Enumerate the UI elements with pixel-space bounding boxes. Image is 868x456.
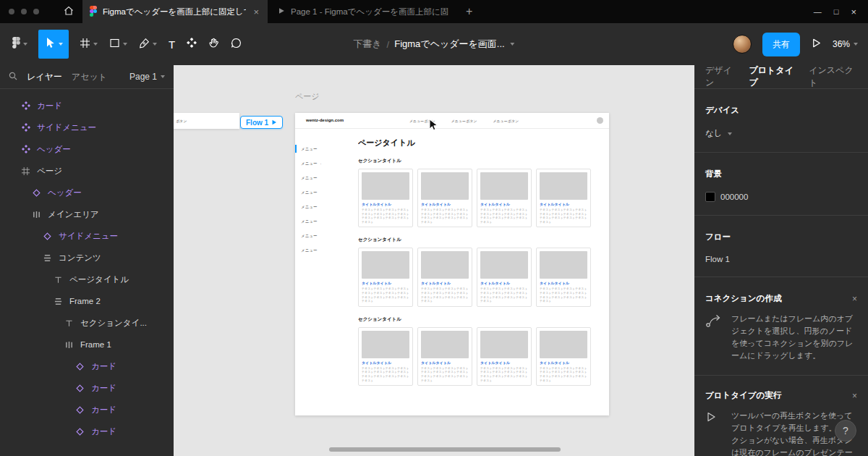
canvas[interactable]: ページ ボタン Flow 1 wentz-design.com メニューボタンメ… — [174, 65, 694, 456]
component-tool[interactable] — [182, 30, 202, 59]
project-name[interactable]: 下書き — [353, 38, 381, 51]
tab-assets[interactable]: アセット — [72, 71, 107, 83]
design-sidebar-item[interactable]: メニュー — [295, 171, 357, 185]
layer-row[interactable]: カード — [0, 377, 174, 399]
design-sidebar[interactable]: メニューメニュー·メニューメニューメニューメニューメニューメニュー — [295, 129, 357, 415]
design-sidebar-item[interactable]: メニュー — [295, 142, 357, 156]
layer-row[interactable]: ページ — [0, 160, 174, 182]
user-avatar[interactable] — [733, 35, 752, 54]
layer-row[interactable]: カード — [0, 421, 174, 442]
file-name[interactable]: Figmaでヘッダーを画面... — [394, 38, 504, 51]
close-dot-icon[interactable] — [9, 9, 14, 14]
chevron-down-icon[interactable] — [59, 43, 63, 46]
hand-tool[interactable] — [203, 30, 224, 59]
horizontal-scrollbar[interactable] — [329, 447, 561, 452]
flow-name[interactable]: Flow 1 — [705, 255, 730, 263]
partial-frame[interactable]: ボタン — [174, 113, 239, 129]
layer-row[interactable]: Frame 2 — [0, 290, 174, 312]
design-card[interactable]: タイトルタイトルテキストテキストテキストテキストテキストテキストテキストテキスト… — [536, 169, 591, 227]
layer-row[interactable]: カード — [0, 95, 174, 117]
design-sidebar-item[interactable]: メニュー· — [295, 156, 357, 171]
frame-tool[interactable] — [75, 30, 103, 59]
flow-badge[interactable]: Flow 1 — [240, 116, 283, 129]
pen-tool[interactable] — [134, 30, 162, 59]
design-sidebar-item[interactable]: メニュー — [295, 185, 357, 200]
design-card[interactable]: タイトルタイトルテキストテキストテキストテキストテキストテキストテキストテキスト… — [477, 248, 532, 306]
tab-inspect[interactable]: インスペクト — [809, 65, 857, 89]
page-selector[interactable]: Page 1 — [129, 72, 165, 82]
tab-file[interactable]: Figmaでヘッダーを画面上部に固定して追 × — [82, 0, 268, 23]
window-traffic-lights[interactable] — [0, 9, 48, 14]
maximize-dot-icon[interactable] — [33, 9, 39, 14]
tab-design[interactable]: デザイン — [705, 65, 738, 89]
design-card[interactable]: タイトルタイトルテキストテキストテキストテキストテキストテキストテキストテキスト… — [417, 169, 472, 227]
layers-panel: レイヤー アセット Page 1 カードサイドメニューヘッダーページヘッダーメイ… — [0, 65, 174, 456]
frame-label[interactable]: ページ — [295, 91, 320, 102]
layer-row[interactable]: Frame 1 — [0, 334, 174, 355]
design-content[interactable]: ページタイトル セクションタイトルタイトルタイトルテキストテキストテキストテキス… — [358, 129, 603, 415]
text-tool[interactable]: T — [163, 30, 180, 59]
design-card[interactable]: タイトルタイトルテキストテキストテキストテキストテキストテキストテキストテキスト… — [358, 248, 413, 306]
layer-row[interactable]: メインエリア — [0, 203, 174, 225]
layer-row[interactable]: サイドメニュー — [0, 225, 174, 247]
design-card[interactable]: タイトルタイトルテキストテキストテキストテキストテキストテキストテキストテキスト… — [358, 169, 413, 227]
close-icon[interactable]: × — [852, 294, 857, 304]
design-sidebar-item[interactable]: メニュー — [295, 243, 357, 258]
card-title: タイトルタイトル — [480, 202, 528, 206]
main-menu-button[interactable] — [7, 30, 33, 59]
tab-presentation[interactable]: Page 1 - Figmaでヘッダーを画面上部に固定 — [271, 0, 456, 23]
chevron-down-icon[interactable] — [93, 43, 98, 46]
design-card[interactable]: タイトルタイトルテキストテキストテキストテキストテキストテキストテキストテキスト… — [477, 327, 532, 386]
chevron-down-icon — [854, 43, 858, 46]
layer-row[interactable]: カード — [0, 399, 174, 421]
chevron-down-icon[interactable] — [153, 43, 157, 46]
tab-close-icon[interactable]: × — [252, 7, 260, 17]
design-header[interactable]: wentz-design.com メニューボタンメニューボタンメニューボタン — [295, 113, 609, 129]
design-card[interactable]: タイトルタイトルテキストテキストテキストテキストテキストテキストテキストテキスト… — [417, 248, 472, 306]
tab-layers[interactable]: レイヤー — [27, 71, 62, 83]
present-play-button[interactable] — [811, 38, 822, 51]
layer-row[interactable]: カード — [0, 355, 174, 377]
home-button[interactable] — [58, 0, 80, 23]
design-frame[interactable]: wentz-design.com メニューボタンメニューボタンメニューボタン メ… — [295, 113, 609, 415]
design-card[interactable]: タイトルタイトルテキストテキストテキストテキストテキストテキストテキストテキスト… — [477, 169, 532, 227]
design-sidebar-item[interactable]: メニュー — [295, 214, 357, 229]
color-swatch[interactable] — [705, 192, 715, 202]
design-card[interactable]: タイトルタイトルテキストテキストテキストテキストテキストテキストテキストテキスト… — [536, 327, 591, 386]
new-tab-button[interactable]: + — [466, 5, 472, 18]
layer-row[interactable]: セクションタイ... — [0, 312, 174, 334]
layer-name: カード — [91, 405, 116, 415]
design-sidebar-item[interactable]: メニュー — [295, 200, 357, 214]
design-sidebar-item[interactable]: メニュー — [295, 229, 357, 243]
close-icon[interactable]: × — [852, 391, 857, 401]
chevron-down-icon[interactable] — [511, 43, 515, 46]
comment-tool[interactable] — [226, 30, 247, 59]
design-card[interactable]: タイトルタイトルテキストテキストテキストテキストテキストテキストテキストテキスト… — [536, 248, 591, 306]
shape-tool[interactable] — [104, 30, 132, 59]
maximize-icon[interactable]: □ — [834, 7, 839, 16]
move-tool[interactable] — [38, 30, 69, 59]
tab-prototype[interactable]: プロトタイプ — [749, 65, 798, 89]
design-card[interactable]: タイトルタイトルテキストテキストテキストテキストテキストテキストテキストテキスト… — [417, 327, 472, 386]
layer-row[interactable]: コンテンツ — [0, 247, 174, 269]
layer-row[interactable]: ヘッダー — [0, 182, 174, 203]
chevron-down-icon[interactable] — [123, 43, 127, 46]
design-menu-button[interactable]: メニューボタン — [451, 119, 477, 123]
close-icon[interactable]: × — [851, 7, 856, 17]
minimize-icon[interactable]: — — [814, 7, 822, 16]
flow-play-icon[interactable] — [271, 119, 277, 127]
design-menu-button[interactable]: メニューボタン — [493, 119, 519, 123]
device-section: デバイス なし — [694, 89, 868, 153]
minimize-dot-icon[interactable] — [21, 9, 27, 14]
card-title: タイトルタイトル — [421, 281, 469, 285]
layer-row[interactable]: サイドメニュー — [0, 117, 174, 138]
search-icon[interactable] — [9, 72, 17, 83]
help-button[interactable]: ? — [835, 420, 856, 442]
share-button[interactable]: 共有 — [762, 33, 800, 56]
device-select[interactable]: なし — [705, 128, 857, 139]
zoom-control[interactable]: 36% — [833, 39, 858, 49]
design-card[interactable]: タイトルタイトルテキストテキストテキストテキストテキストテキストテキストテキスト… — [358, 327, 413, 386]
layer-row[interactable]: ページタイトル — [0, 269, 174, 290]
layer-row[interactable]: ヘッダー — [0, 138, 174, 160]
background-hex-value[interactable]: 000000 — [720, 193, 748, 201]
